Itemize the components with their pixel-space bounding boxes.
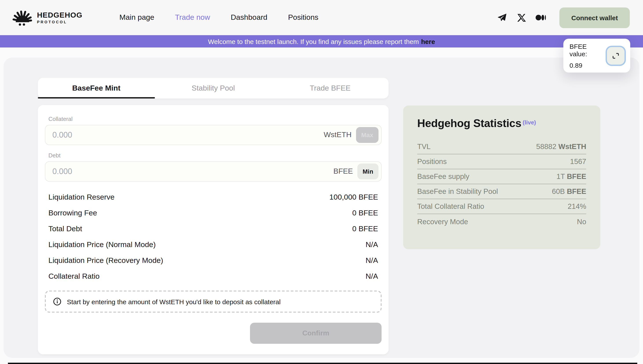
debt-input-row: BFEE Min <box>45 161 382 182</box>
confirm-button[interactable]: Confirm <box>250 323 382 344</box>
stats-row-total-collateral-ratio: Total Collateral Ratio 214% <box>417 199 586 214</box>
debt-input[interactable] <box>52 167 333 176</box>
footer-edge <box>8 363 637 364</box>
statistics-title: Hedgehog Statistics(live) <box>417 117 586 130</box>
collateral-input[interactable] <box>52 130 324 140</box>
main-container: BaseFee Mint Stability Pool Trade BFEE C… <box>4 58 639 358</box>
detail-row: Liquidation Reserve 100,000 BFEE <box>48 190 378 205</box>
collateral-input-row: WstETH Max <box>45 125 382 145</box>
hedgehog-logo[interactable]: HEDGEHOG PROTOCOL <box>12 8 82 27</box>
tab-trade-bfee[interactable]: Trade BFEE <box>272 78 389 98</box>
detail-row: Borrowing Fee 0 BFEE <box>48 205 378 221</box>
x-icon[interactable] <box>516 12 527 23</box>
header-right: Connect wallet <box>497 7 630 28</box>
collateral-label: Collateral <box>48 116 382 122</box>
hint-box: Start by entering the amount of WstETH y… <box>45 290 382 312</box>
bfee-value-label: BFEE value: <box>569 42 606 57</box>
nav-positions[interactable]: Positions <box>288 13 318 22</box>
telegram-icon[interactable] <box>497 12 507 23</box>
stats-row-recovery-mode: Recovery Mode No <box>417 214 586 229</box>
bfee-value-widget: BFEE value: 0.89 <box>563 39 630 72</box>
stats-row-basefee-stability-pool: BaseFee in Stability Pool 60B BFEE <box>417 184 586 199</box>
stats-row-tvl: TVL 58882 WstETH <box>417 139 586 154</box>
refresh-bfee-button[interactable] <box>606 46 626 66</box>
mint-form-card: Collateral WstETH Max Debt BFEE Min Liqu… <box>38 105 389 354</box>
info-icon <box>53 297 62 306</box>
header: HEDGEHOG PROTOCOL Main page Trade now Da… <box>0 0 643 35</box>
debt-label: Debt <box>48 152 382 159</box>
stats-row-positions: Positions 1567 <box>417 154 586 169</box>
logo-subtitle: PROTOCOL <box>37 20 82 24</box>
debt-unit: BFEE <box>333 167 353 176</box>
nav-dashboard[interactable]: Dashboard <box>231 13 267 22</box>
nav-trade-now[interactable]: Trade now <box>175 13 210 22</box>
detail-row: Total Debt 0 BFEE <box>48 221 378 237</box>
bfee-value: 0.89 <box>569 61 606 69</box>
position-details: Liquidation Reserve 100,000 BFEE Borrowi… <box>48 190 378 284</box>
refresh-icon <box>611 51 620 60</box>
logo-title: HEDGEHOG <box>37 12 82 19</box>
stats-row-basefee-supply: BaseFee supply 1T BFEE <box>417 169 586 184</box>
connect-wallet-button[interactable]: Connect wallet <box>559 7 630 28</box>
nav-main-page[interactable]: Main page <box>119 13 154 22</box>
tab-basefee-mint[interactable]: BaseFee Mint <box>38 78 155 98</box>
active-tab-underline <box>38 97 155 98</box>
hedgehog-icon <box>12 8 33 27</box>
page: HEDGEHOG PROTOCOL Main page Trade now Da… <box>0 0 643 364</box>
trade-tabs: BaseFee Mint Stability Pool Trade BFEE <box>38 78 389 98</box>
detail-row: Liquidation Price (Recovery Mode) N/A <box>48 253 378 268</box>
detail-row: Liquidation Price (Normal Mode) N/A <box>48 237 378 253</box>
live-badge: (live) <box>523 119 536 126</box>
banner-message: Welcome to the testnet launch. If you fi… <box>208 38 419 45</box>
medium-icon[interactable] <box>536 12 546 23</box>
testnet-banner: Welcome to the testnet launch. If you fi… <box>0 35 643 48</box>
main-nav: Main page Trade now Dashboard Positions <box>119 13 318 22</box>
collateral-unit: WstETH <box>324 130 352 139</box>
statistics-rows: TVL 58882 WstETH Positions 1567 BaseFee … <box>417 139 586 229</box>
statistics-panel: Hedgehog Statistics(live) TVL 58882 WstE… <box>403 106 600 249</box>
min-button[interactable]: Min <box>357 164 378 179</box>
detail-row: Collateral Ratio N/A <box>48 268 378 284</box>
hint-text: Start by entering the amount of WstETH y… <box>67 298 281 305</box>
banner-report-link[interactable]: here <box>421 38 435 45</box>
max-button[interactable]: Max <box>356 127 378 143</box>
tab-stability-pool[interactable]: Stability Pool <box>155 78 272 98</box>
